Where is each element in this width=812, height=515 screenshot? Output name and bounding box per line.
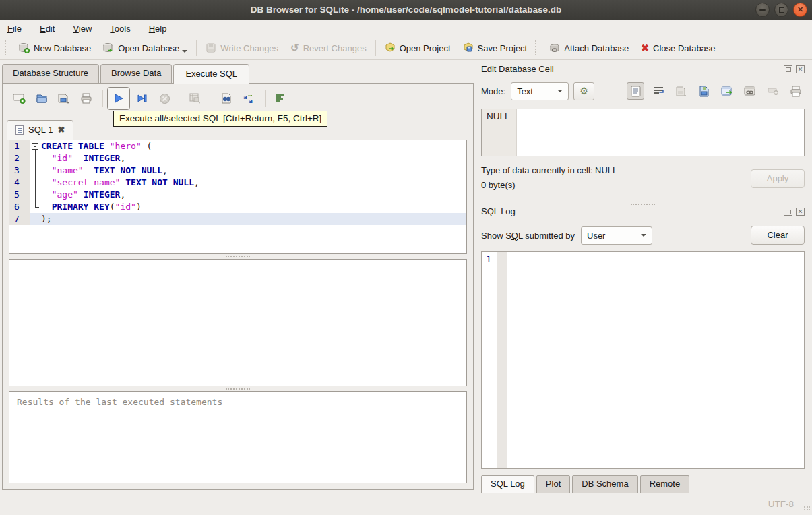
- tab-browse-data[interactable]: Browse Data: [100, 64, 172, 83]
- window-title: DB Browser for SQLite - /home/user/code/…: [251, 5, 561, 15]
- execute-sql-pane: aa Execute all/selected SQL [Ctrl+Return…: [2, 83, 474, 490]
- set-null-button: [764, 82, 782, 100]
- dock-area: Edit Database Cell ✕ Mode: Text ⚙: [476, 60, 812, 493]
- code-line: 2 "id" INTEGER,: [9, 152, 466, 164]
- open-database-button[interactable]: Open Database: [97, 40, 193, 56]
- new-sql-tab-button[interactable]: [9, 88, 30, 109]
- execute-all-button[interactable]: [107, 87, 130, 110]
- menu-tools[interactable]: Tools: [110, 24, 130, 34]
- auto-apply-button[interactable]: ⚙: [573, 82, 594, 100]
- horizontal-splitter-2[interactable]: [3, 386, 473, 391]
- code-line: 4 "secret_name" TEXT NOT NULL,: [9, 177, 466, 189]
- import-cell-data-button: [673, 82, 690, 100]
- menu-edit[interactable]: Edit: [40, 24, 55, 34]
- save-project-icon: [463, 42, 474, 53]
- attach-database-button[interactable]: Attach Database: [543, 40, 635, 56]
- main-toolbar: New Database Open Database Write Changes…: [0, 36, 812, 60]
- close-sql-tab-icon[interactable]: ✖: [57, 125, 65, 135]
- main-tab-widget: Database Structure Browse Data Execute S…: [0, 60, 476, 493]
- menu-help[interactable]: Help: [149, 24, 167, 34]
- dock-tab-plot[interactable]: Plot: [536, 475, 570, 493]
- chevron-down-icon: [641, 234, 646, 237]
- sql-file-icon: [15, 125, 24, 135]
- copy-link-button[interactable]: [741, 82, 759, 100]
- dock-float-icon-2[interactable]: [784, 208, 792, 216]
- code-line-current: 7 );: [9, 213, 466, 225]
- close-icon[interactable]: ✕: [793, 3, 807, 17]
- print-cell-button[interactable]: [787, 82, 805, 100]
- revert-changes-button: ↺ Revert Changes: [284, 39, 373, 57]
- menu-file[interactable]: File: [7, 24, 22, 34]
- execute-line-button[interactable]: [132, 88, 152, 109]
- open-sql-file-button[interactable]: [32, 88, 52, 109]
- save-results-button: [185, 88, 206, 109]
- menu-view[interactable]: View: [73, 24, 92, 34]
- apply-button: Apply: [751, 169, 805, 188]
- tooltip: Execute all/selected SQL [Ctrl+Return, F…: [113, 111, 327, 127]
- sql-doc-tab[interactable]: SQL 1 ✖: [7, 120, 73, 140]
- dock-tab-remote[interactable]: Remote: [640, 475, 690, 493]
- code-line: 3 "name" TEXT NOT NULL,: [9, 164, 466, 177]
- open-in-external-button[interactable]: [718, 82, 736, 100]
- cell-info: Type of data currently in cell: NULL 0 b…: [481, 165, 805, 200]
- results-placeholder: Results of the last executed statements: [17, 397, 222, 407]
- open-project-button[interactable]: Open Project: [379, 40, 457, 56]
- minimize-icon[interactable]: [755, 3, 770, 17]
- titlebar: DB Browser for SQLite - /home/user/code/…: [0, 0, 812, 20]
- toolbar-drag-handle-2[interactable]: [535, 40, 538, 55]
- results-message-pane[interactable]: Results of the last executed statements: [9, 391, 467, 483]
- export-cell-data-button[interactable]: [695, 82, 713, 100]
- text-mode-button[interactable]: [627, 82, 644, 100]
- write-changes-icon: [206, 42, 216, 53]
- tab-execute-sql[interactable]: Execute SQL: [173, 64, 249, 84]
- log-content[interactable]: [507, 252, 804, 468]
- encoding-indicator: UTF-8: [768, 499, 794, 509]
- gear-icon: ⚙: [580, 85, 588, 97]
- code-line: 6 PRIMARY KEY("id"): [9, 201, 466, 213]
- code-line: 5 "age" INTEGER,: [9, 189, 466, 201]
- results-grid-pane[interactable]: [9, 259, 467, 386]
- write-changes-button: Write Changes: [199, 40, 284, 56]
- dock-float-icon[interactable]: [784, 65, 792, 73]
- print-button[interactable]: [76, 88, 96, 109]
- show-sql-label: Show SQL submitted by: [481, 231, 575, 241]
- open-project-icon: [385, 42, 396, 53]
- word-wrap-button[interactable]: [650, 82, 667, 100]
- dock-splitter[interactable]: [480, 202, 806, 206]
- dock-close-icon[interactable]: ✕: [796, 65, 805, 73]
- fold-marker-icon[interactable]: [30, 140, 41, 152]
- open-database-dropdown-icon[interactable]: [182, 50, 187, 53]
- log-line-number: 1: [482, 252, 497, 468]
- sql-log-controls: Show SQL submitted by User Clear: [481, 224, 805, 246]
- horizontal-splitter[interactable]: [3, 254, 473, 259]
- cell-editor-area[interactable]: [517, 109, 804, 156]
- format-sql-button[interactable]: [270, 88, 290, 109]
- new-database-button[interactable]: New Database: [13, 40, 97, 56]
- sql-log-title: SQL Log: [481, 206, 516, 216]
- code-line: 1 CREATE TABLE "hero" (: [9, 140, 466, 152]
- sql-log-view[interactable]: 1: [481, 251, 805, 469]
- close-database-icon: ✖: [641, 42, 649, 53]
- dock-tab-sql-log[interactable]: SQL Log: [481, 475, 534, 493]
- tab-database-structure[interactable]: Database Structure: [2, 64, 99, 83]
- find-button[interactable]: [216, 88, 237, 109]
- clear-log-button[interactable]: Clear: [751, 226, 805, 245]
- close-database-button[interactable]: ✖ Close Database: [635, 40, 721, 56]
- cell-editor[interactable]: NULL: [481, 109, 805, 156]
- edit-cell-dock-titlebar: Edit Database Cell ✕: [481, 64, 805, 74]
- stop-button: [154, 88, 175, 109]
- toolbar-drag-handle[interactable]: [5, 40, 8, 55]
- mode-select[interactable]: Text: [511, 82, 569, 100]
- sql-editor[interactable]: 1 CREATE TABLE "hero" ( 2 "id" INTEGER, …: [9, 140, 467, 254]
- dock-tab-db-schema[interactable]: DB Schema: [572, 475, 637, 493]
- menubar: File Edit View Tools Help: [0, 20, 812, 36]
- replace-button[interactable]: aa: [239, 88, 259, 109]
- svg-text:a: a: [249, 98, 253, 104]
- resize-grip[interactable]: [803, 506, 810, 512]
- save-sql-file-button[interactable]: [54, 88, 74, 109]
- dock-close-icon-2[interactable]: ✕: [796, 208, 805, 216]
- log-filter-select[interactable]: User: [581, 226, 652, 245]
- save-project-button[interactable]: Save Project: [457, 40, 534, 56]
- svg-text:a: a: [243, 94, 247, 100]
- maximize-icon[interactable]: [774, 3, 788, 17]
